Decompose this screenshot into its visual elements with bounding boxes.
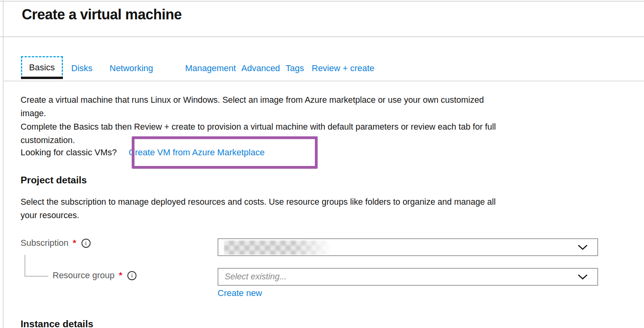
project-details-description: Select the subscription to manage deploy… xyxy=(21,195,496,222)
classic-vm-row: Looking for classic VMs?Create VM from A… xyxy=(21,147,265,158)
subscription-dropdown[interactable] xyxy=(218,238,598,256)
tab-basics-label: Basics xyxy=(29,62,55,73)
chevron-down-icon xyxy=(578,274,588,280)
resource-group-dropdown[interactable]: Select existing... xyxy=(218,268,598,286)
resource-group-required-asterisk: * xyxy=(119,270,123,281)
tab-management[interactable]: Management xyxy=(185,63,236,74)
project-details-heading: Project details xyxy=(21,175,87,186)
create-vm-blade: Create a virtual machine Basics Disks Ne… xyxy=(0,0,644,328)
tabstrip-bottom-line xyxy=(4,81,644,81)
tab-review-create[interactable]: Review + create xyxy=(312,63,374,74)
subscription-label: Subscription xyxy=(21,238,68,248)
tree-connector-vertical xyxy=(25,255,25,277)
resource-group-label: Resource group xyxy=(53,270,115,281)
chevron-down-icon xyxy=(578,244,588,250)
subscription-redacted-value xyxy=(224,240,331,255)
create-new-resource-group-link[interactable]: Create new xyxy=(218,288,262,298)
subscription-label-row: Subscription * i xyxy=(21,238,91,248)
subscription-info-icon[interactable]: i xyxy=(81,239,91,248)
tab-advanced[interactable]: Advanced xyxy=(241,63,280,74)
tree-connector-horizontal xyxy=(25,276,48,277)
tab-tags[interactable]: Tags xyxy=(286,63,304,74)
tab-disks[interactable]: Disks xyxy=(71,63,93,74)
instance-details-heading: Instance details xyxy=(21,319,93,328)
blade-left-border xyxy=(3,0,4,328)
tab-basics-active-underline xyxy=(21,77,63,79)
intro-text: Create a virtual machine that runs Linux… xyxy=(21,93,496,147)
classic-vm-prompt: Looking for classic VMs? xyxy=(21,147,117,157)
resource-group-info-icon[interactable]: i xyxy=(127,271,136,280)
tab-networking[interactable]: Networking xyxy=(110,63,153,74)
resource-group-placeholder: Select existing... xyxy=(225,272,287,282)
header-divider xyxy=(0,36,644,37)
resource-group-label-row: Resource group * i xyxy=(53,270,136,281)
top-border-line xyxy=(0,1,644,2)
page-title: Create a virtual machine xyxy=(22,6,182,23)
subscription-required-asterisk: * xyxy=(73,238,76,248)
create-vm-marketplace-link[interactable]: Create VM from Azure Marketplace xyxy=(129,147,265,157)
tab-basics[interactable]: Basics xyxy=(21,56,63,79)
